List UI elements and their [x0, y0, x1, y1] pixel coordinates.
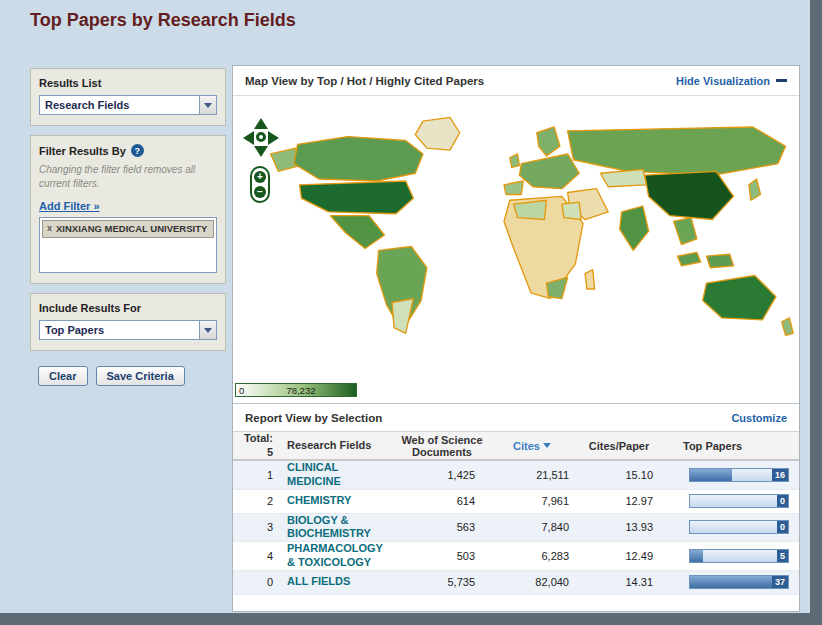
map-legend: 0 78,232	[235, 383, 357, 397]
world-map[interactable]	[261, 100, 801, 368]
table-row: 4 PHARMACOLOGY & TOXICOLOGY 503 6,283 12…	[233, 542, 799, 571]
table-row: 2 CHEMISTRY 614 7,961 12.97 0	[233, 490, 799, 514]
active-filters-listbox[interactable]: x XINXIANG MEDICAL UNIVERSITY	[39, 217, 217, 273]
page-title: Top Papers by Research Fields	[30, 10, 296, 31]
map-pan-control[interactable]	[243, 118, 279, 158]
pan-up-icon[interactable]	[254, 118, 268, 129]
page-background: Top Papers by Research Fields Results Li…	[0, 0, 810, 613]
zoom-in-button[interactable]: +	[254, 171, 266, 183]
map-region	[645, 171, 734, 219]
results-list-label: Results List	[39, 77, 217, 89]
filter-note: Changing the filter field removes all cu…	[39, 163, 217, 190]
legend-max-label: 78,232	[286, 385, 315, 396]
column-header-cites-per-paper: Cites/Paper	[573, 440, 669, 452]
cites-per-paper-cell: 13.93	[573, 521, 669, 533]
help-icon[interactable]: ?	[131, 144, 144, 157]
top-papers-value: 37	[772, 576, 788, 588]
top-papers-value: 0	[777, 521, 788, 533]
include-results-panel: Include Results For Top Papers	[30, 293, 226, 351]
map-region	[510, 154, 520, 168]
cites-per-paper-cell: 15.10	[573, 469, 669, 481]
include-results-selected-value: Top Papers	[45, 324, 104, 336]
add-filter-link[interactable]: Add Filter »	[39, 200, 100, 212]
active-filter-item[interactable]: x XINXIANG MEDICAL UNIVERSITY	[42, 220, 214, 238]
rank-cell: 2	[233, 495, 281, 507]
map-region	[514, 200, 547, 219]
rank-cell: 0	[233, 576, 281, 588]
field-link[interactable]: ALL FIELDS	[287, 575, 350, 587]
dropdown-arrow-icon[interactable]	[199, 96, 216, 114]
pan-right-icon[interactable]	[268, 131, 279, 145]
map-region	[707, 254, 734, 268]
results-list-panel: Results List Research Fields	[30, 68, 226, 126]
results-table: Total: 5 Research Fields Web of Science …	[233, 431, 799, 595]
active-filter-name: XINXIANG MEDICAL UNIVERSITY	[56, 223, 207, 235]
field-link[interactable]: CHEMISTRY	[287, 494, 351, 506]
map-region	[504, 181, 523, 195]
results-list-selected-value: Research Fields	[45, 99, 129, 111]
map-zoom-control[interactable]: + −	[250, 166, 270, 203]
table-row: 3 BIOLOGY & BIOCHEMISTRY 563 7,840 13.93…	[233, 514, 799, 543]
column-header-cites-sort[interactable]: Cites	[513, 440, 551, 452]
map-region	[620, 206, 649, 250]
clear-button[interactable]: Clear	[38, 366, 88, 386]
column-header-top-papers: Top Papers	[669, 440, 799, 452]
top-papers-value: 16	[772, 469, 788, 481]
customize-link[interactable]: Customize	[731, 412, 787, 424]
cites-cell: 82,040	[495, 576, 573, 588]
map-region	[678, 252, 701, 265]
map-region	[392, 299, 413, 334]
map-region	[330, 216, 384, 249]
cites-cell: 21,511	[495, 469, 573, 481]
pan-left-icon[interactable]	[243, 131, 254, 145]
save-criteria-button[interactable]: Save Criteria	[96, 366, 185, 386]
map-region	[568, 127, 786, 175]
cites-per-paper-cell: 12.49	[573, 550, 669, 562]
map-panel-header: Map View by Top / Hot / Highly Cited Pap…	[233, 66, 799, 96]
docs-cell: 1,425	[393, 469, 495, 481]
map-region	[294, 137, 423, 181]
map-region	[749, 179, 761, 200]
docs-cell: 563	[393, 521, 495, 533]
map-region	[703, 275, 776, 319]
remove-filter-icon[interactable]: x	[47, 223, 52, 234]
pan-center-icon[interactable]	[256, 132, 266, 142]
top-papers-value: 5	[777, 550, 788, 562]
total-label: Total:	[244, 432, 273, 444]
map-region	[300, 181, 414, 214]
field-link[interactable]: BIOLOGY & BIOCHEMISTRY	[287, 514, 371, 540]
hide-visualization-link[interactable]: Hide Visualization	[676, 75, 787, 87]
top-papers-bar: 5	[689, 549, 789, 563]
rank-cell: 1	[233, 469, 281, 481]
cites-cell: 6,283	[495, 550, 573, 562]
field-link[interactable]: PHARMACOLOGY & TOXICOLOGY	[287, 542, 383, 568]
rank-cell: 3	[233, 521, 281, 533]
cites-cell: 7,961	[495, 495, 573, 507]
map-region	[674, 218, 697, 245]
map-region	[562, 202, 581, 219]
map-region	[585, 270, 595, 289]
docs-cell: 503	[393, 550, 495, 562]
pan-down-icon[interactable]	[254, 146, 268, 157]
top-papers-bar: 0	[689, 520, 789, 534]
world-map-container: + − 0 78,232	[233, 96, 799, 403]
results-list-select[interactable]: Research Fields	[39, 95, 217, 115]
main-panel: Map View by Top / Hot / Highly Cited Pap…	[232, 65, 800, 612]
top-papers-value: 0	[777, 495, 788, 507]
docs-cell: 614	[393, 495, 495, 507]
total-value: 5	[267, 446, 273, 458]
column-header-documents: Web of Science Documents	[393, 434, 495, 458]
map-region	[600, 169, 646, 186]
report-header: Report View by Selection Customize	[233, 403, 799, 431]
dropdown-arrow-icon[interactable]	[199, 321, 216, 339]
filter-panel: Filter Results By ? Changing the filter …	[30, 135, 226, 284]
top-papers-bar: 37	[689, 575, 789, 589]
cites-per-paper-cell: 14.31	[573, 576, 669, 588]
include-results-select[interactable]: Top Papers	[39, 320, 217, 340]
top-papers-bar: 16	[689, 468, 789, 482]
zoom-out-button[interactable]: −	[254, 186, 266, 198]
column-header-fields: Research Fields	[281, 439, 393, 453]
top-papers-bar: 0	[689, 494, 789, 508]
field-link[interactable]: CLINICAL MEDICINE	[287, 461, 341, 487]
docs-cell: 5,735	[393, 576, 495, 588]
